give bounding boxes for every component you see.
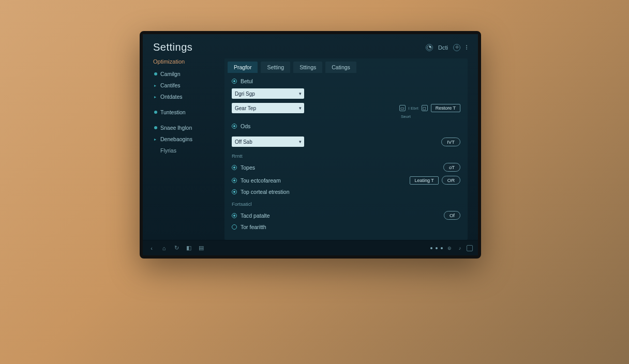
check-label: Tou ectcofaream <box>241 177 281 184</box>
check-option-3[interactable]: Top corteal etrestion <box>232 189 460 195</box>
check-label: Topes <box>241 164 255 171</box>
screen: Settings ◔ Dсti ✧ ⁝ Optimization Camilgn… <box>143 34 478 240</box>
chevron-right-icon: ▸ <box>154 137 157 142</box>
check-option-1[interactable]: Topes <box>232 164 255 171</box>
tab-3[interactable]: Catings <box>325 62 356 73</box>
user-label: Dсti <box>438 44 448 51</box>
check-label: Tacd patalte <box>241 213 270 219</box>
select-1[interactable]: Dgri Sgp <box>232 88 304 99</box>
back-icon[interactable]: ‹ <box>148 245 155 252</box>
main-panel: Pragfor Setting Sttings Catings Betul Dg… <box>224 58 468 240</box>
window-icon[interactable]: ◻ <box>422 105 428 111</box>
sidebar-item-2[interactable]: ▸ Ontdates <box>153 92 215 102</box>
radio-option-2[interactable]: Ods <box>232 123 460 129</box>
sidebar-item-label: Denebaogins <box>160 136 192 142</box>
check-label: Tor fearitth <box>241 224 266 230</box>
tabs: Pragfor Setting Sttings Catings <box>224 58 468 73</box>
page-title: Settings <box>153 41 192 53</box>
sidebar-item-label: Camilgn <box>160 71 181 77</box>
select-value: Dgri Sgp <box>235 91 255 97</box>
radio-icon <box>232 165 237 170</box>
taskbar: ‹ ⌂ ↻ ◧ ▤ ⊚ ♪ <box>143 240 478 255</box>
form: Betul Dgri Sgp Gear Tep ▭ I Ebrt <box>224 73 468 240</box>
leating-button[interactable]: Leating T <box>410 176 438 185</box>
sidebar-item-4[interactable]: Snaee lhglon <box>153 123 215 133</box>
radio-label: Ods <box>241 123 250 129</box>
more-icon[interactable]: ⁝ <box>466 43 468 51</box>
sidebar-item-1[interactable]: ▸ Cantifes <box>153 80 215 90</box>
wifi-icon[interactable]: ⊚ <box>446 245 453 252</box>
select-value: Gear Tep <box>235 105 256 111</box>
tray-icon[interactable] <box>467 245 473 251</box>
notification-icon[interactable]: ✧ <box>453 44 460 51</box>
home-icon[interactable]: ⌂ <box>160 245 168 252</box>
refresh-icon[interactable]: ↻ <box>173 245 180 252</box>
meta-label-2: Seort <box>401 114 411 119</box>
section-label-3: Fortsaticl <box>232 201 460 207</box>
radio-icon <box>232 189 237 194</box>
header: Settings ◔ Dсti ✧ ⁝ <box>153 41 468 53</box>
app-icon[interactable]: ◧ <box>185 245 192 252</box>
preview-icon[interactable]: ▭ <box>399 105 406 111</box>
check-label: Top corteal etrestion <box>241 189 290 195</box>
radio-icon <box>232 213 237 218</box>
chevron-right-icon: ▸ <box>154 95 157 99</box>
section-label-2: Rrntt <box>232 153 460 159</box>
dot-icon <box>154 126 157 129</box>
sidebar-item-label: Flyrias <box>160 147 176 154</box>
tab-2[interactable]: Sttings <box>293 62 322 73</box>
body: Optimization Camilgn ▸ Cantifes ▸ Ontdat… <box>153 58 468 240</box>
header-actions: ◔ Dсti ✧ ⁝ <box>426 43 468 51</box>
check-option-5[interactable]: Tor fearitth <box>232 224 460 230</box>
dot-icon <box>154 72 157 75</box>
restore-button[interactable]: Restore T <box>431 104 460 112</box>
tray-dot <box>441 247 443 249</box>
check-option-4[interactable]: Tacd patalte <box>232 213 270 219</box>
tray-dot <box>430 247 432 249</box>
monitor-frame: Settings ◔ Dсti ✧ ⁝ Optimization Camilgn… <box>140 31 481 259</box>
select-3[interactable]: Off Sab <box>232 136 304 147</box>
radio-label: Betul <box>241 78 253 84</box>
meta-label-1: I Ebrt <box>409 106 418 111</box>
sidebar-item-label: Cantifes <box>160 82 181 88</box>
tab-0[interactable]: Pragfor <box>228 62 258 73</box>
sidebar-item-0[interactable]: Camilgn <box>153 69 215 79</box>
radio-option-1[interactable]: Betul <box>232 78 460 84</box>
select-2[interactable]: Gear Tep <box>232 103 304 113</box>
radio-icon <box>232 79 237 84</box>
sidebar-item-5[interactable]: ▸ Denebaogins <box>153 134 215 144</box>
radio-icon <box>232 224 237 230</box>
files-icon[interactable]: ▤ <box>198 245 205 252</box>
toggle-or[interactable]: OR <box>442 176 460 185</box>
dot-icon <box>154 111 157 114</box>
toggle-of[interactable]: Of <box>444 211 460 220</box>
sidebar-item-6[interactable]: Flyrias <box>153 145 215 156</box>
clock-icon[interactable]: ◔ <box>426 44 433 51</box>
sidebar-item-label: Tuntestion <box>160 109 186 115</box>
select-value: Off Sab <box>235 139 252 145</box>
toggle-ivt[interactable]: IVT <box>441 138 460 146</box>
tray-dot <box>436 247 438 249</box>
sound-icon[interactable]: ♪ <box>456 245 463 252</box>
sidebar-item-3[interactable]: Tuntestion <box>153 107 215 117</box>
sidebar-item-label: Snaee lhglon <box>160 125 192 131</box>
check-option-2[interactable]: Tou ectcofaream <box>232 177 281 184</box>
tab-1[interactable]: Setting <box>261 62 290 73</box>
toggle-ot[interactable]: oT <box>443 163 460 172</box>
sidebar-item-label: Ontdates <box>160 94 183 100</box>
radio-icon <box>232 124 237 129</box>
sidebar-heading: Optimization <box>153 58 215 65</box>
sidebar: Optimization Camilgn ▸ Cantifes ▸ Ontdat… <box>153 58 215 240</box>
chevron-right-icon: ▸ <box>154 83 157 88</box>
radio-icon <box>232 178 237 183</box>
